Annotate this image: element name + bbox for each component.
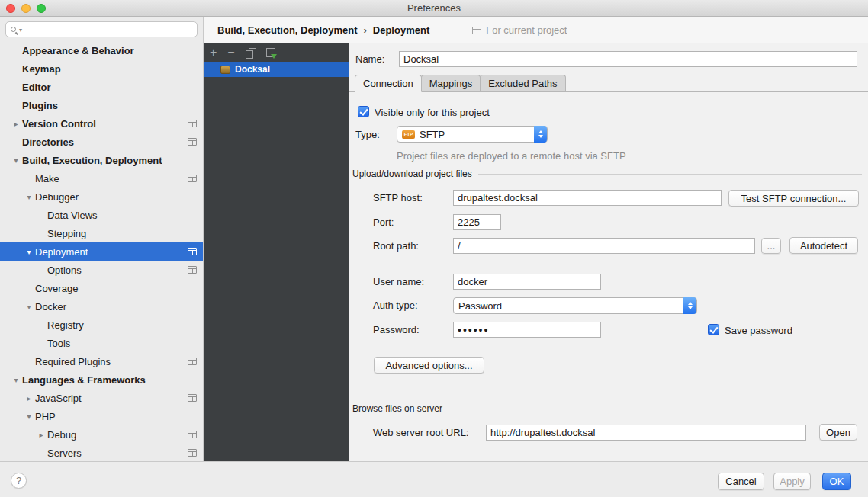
sidebar-item-directories[interactable]: Directories bbox=[0, 133, 204, 151]
sidebar-item-servers[interactable]: Servers bbox=[0, 444, 204, 461]
project-scope-icon bbox=[188, 138, 197, 146]
sidebar-item-label: Coverage bbox=[35, 283, 78, 294]
open-button[interactable]: Open bbox=[819, 424, 857, 441]
sidebar-item-label: Stepping bbox=[47, 228, 86, 239]
sidebar-item-required-plugins[interactable]: Required Plugins bbox=[0, 352, 204, 370]
sidebar-item-data-views[interactable]: Data Views bbox=[0, 206, 204, 224]
tab-excluded-paths[interactable]: Excluded Paths bbox=[480, 75, 565, 91]
user-name-label: User name: bbox=[373, 274, 424, 290]
sidebar-item-debugger[interactable]: ▾Debugger bbox=[0, 188, 204, 206]
zoom-button[interactable] bbox=[37, 4, 46, 13]
chevron-down-icon[interactable]: ▾ bbox=[23, 303, 35, 311]
tab-connection[interactable]: Connection bbox=[355, 75, 422, 92]
sidebar-item-appearance-behavior[interactable]: Appearance & Behavior bbox=[0, 41, 204, 59]
sidebar-item-label: Registry bbox=[47, 319, 84, 331]
project-scope-icon bbox=[188, 120, 197, 127]
sidebar-item-label: Keymap bbox=[22, 63, 61, 75]
sidebar-item-tools[interactable]: Tools bbox=[0, 334, 204, 352]
project-scope-icon bbox=[472, 27, 481, 34]
web-root-input[interactable] bbox=[486, 425, 806, 441]
sidebar-item-coverage[interactable]: Coverage bbox=[0, 279, 204, 297]
autodetect-button[interactable]: Autodetect bbox=[789, 237, 858, 254]
chevron-right-icon[interactable]: ▸ bbox=[35, 431, 47, 439]
advanced-options-button[interactable]: Advanced options... bbox=[374, 357, 484, 374]
add-server-button[interactable]: + bbox=[210, 46, 217, 59]
chevron-down-icon[interactable]: ▾ bbox=[23, 248, 35, 256]
web-root-label: Web server root URL: bbox=[373, 425, 468, 441]
port-label: Port: bbox=[373, 214, 394, 230]
test-sftp-connection-button[interactable]: Test SFTP connection... bbox=[728, 190, 859, 207]
chevron-down-icon[interactable]: ▾ bbox=[19, 27, 22, 34]
type-label: Type: bbox=[355, 127, 380, 143]
sidebar-item-stepping[interactable]: Stepping bbox=[0, 224, 204, 242]
plus-icon: + bbox=[210, 46, 217, 59]
sidebar-item-deployment[interactable]: ▾Deployment bbox=[0, 242, 204, 261]
sidebar-item-languages-frameworks[interactable]: ▾Languages & Frameworks bbox=[0, 370, 204, 389]
server-item-label: Docksal bbox=[235, 64, 270, 75]
chevron-down-icon[interactable]: ▾ bbox=[23, 193, 35, 201]
import-server-button[interactable] bbox=[266, 48, 275, 57]
sidebar-item-plugins[interactable]: Plugins bbox=[0, 96, 204, 114]
close-button[interactable] bbox=[6, 4, 15, 13]
sidebar-item-make[interactable]: Make bbox=[0, 169, 204, 188]
combo-stepper-icon[interactable] bbox=[683, 297, 696, 314]
password-label: Password: bbox=[373, 322, 420, 338]
sidebar-item-label: Servers bbox=[47, 447, 82, 459]
user-name-input[interactable] bbox=[453, 274, 601, 290]
sidebar-item-version-control[interactable]: ▸Version Control bbox=[0, 114, 204, 133]
server-list-panel: + − Docksal bbox=[204, 43, 349, 461]
sftp-host-input[interactable] bbox=[453, 190, 722, 206]
sidebar-item-php[interactable]: ▾PHP bbox=[0, 407, 204, 425]
server-list-toolbar: + − bbox=[204, 43, 349, 62]
sidebar-item-docker[interactable]: ▾Docker bbox=[0, 297, 204, 316]
chevron-down-icon[interactable]: ▾ bbox=[10, 156, 22, 165]
combo-stepper-icon[interactable] bbox=[534, 126, 547, 143]
server-item-docksal[interactable]: Docksal bbox=[204, 62, 349, 77]
minimize-button[interactable] bbox=[21, 4, 31, 13]
project-scope-icon bbox=[188, 394, 197, 402]
visible-only-checkbox[interactable] bbox=[358, 106, 369, 117]
chevron-down-icon[interactable]: ▾ bbox=[23, 412, 35, 421]
save-password-label: Save password bbox=[725, 325, 792, 336]
project-scope-icon bbox=[188, 358, 197, 365]
settings-search[interactable]: ▾ bbox=[5, 21, 198, 37]
name-input[interactable] bbox=[399, 51, 857, 67]
visible-only-label: Visible only for this project bbox=[375, 107, 490, 118]
sidebar-item-registry[interactable]: Registry bbox=[0, 316, 204, 334]
minus-icon: − bbox=[227, 46, 234, 59]
sidebar-item-keymap[interactable]: Keymap bbox=[0, 59, 204, 78]
chevron-right-icon[interactable]: ▸ bbox=[10, 120, 22, 128]
tab-mappings[interactable]: Mappings bbox=[421, 75, 481, 91]
password-input[interactable] bbox=[453, 322, 601, 338]
sftp-server-icon bbox=[220, 66, 230, 74]
window-controls bbox=[6, 4, 46, 13]
sidebar-item-debug[interactable]: ▸Debug bbox=[0, 425, 204, 444]
copy-server-button[interactable] bbox=[246, 48, 256, 58]
sidebar-item-options[interactable]: Options bbox=[0, 261, 204, 279]
deployment-form: Name: ConnectionMappingsExcluded Paths V… bbox=[349, 43, 868, 461]
breadcrumb-parent[interactable]: Build, Execution, Deployment bbox=[217, 24, 357, 36]
sidebar-item-javascript[interactable]: ▸JavaScript bbox=[0, 389, 204, 407]
ok-button[interactable]: OK bbox=[822, 473, 851, 490]
chevron-right-icon[interactable]: ▸ bbox=[23, 394, 35, 402]
remove-server-button[interactable]: − bbox=[227, 46, 234, 59]
sidebar-item-label: Make bbox=[35, 173, 59, 184]
server-list: Docksal bbox=[204, 62, 349, 77]
sidebar-item-label: Build, Execution, Deployment bbox=[22, 155, 162, 166]
help-button[interactable]: ? bbox=[11, 473, 27, 489]
sidebar-item-label: Docker bbox=[35, 301, 66, 313]
browse-root-path-button[interactable]: ... bbox=[761, 238, 781, 254]
root-path-input[interactable] bbox=[453, 238, 755, 254]
sidebar-item-editor[interactable]: Editor bbox=[0, 78, 204, 96]
type-select[interactable]: FTP SFTP bbox=[397, 126, 548, 143]
apply-button[interactable]: Apply bbox=[773, 473, 811, 490]
save-password-checkbox[interactable] bbox=[708, 324, 719, 335]
sidebar-item-build-execution-deployment[interactable]: ▾Build, Execution, Deployment bbox=[0, 151, 204, 169]
project-scope-icon bbox=[188, 248, 197, 255]
port-input[interactable] bbox=[453, 214, 501, 230]
chevron-down-icon[interactable]: ▾ bbox=[10, 376, 22, 384]
search-input[interactable] bbox=[25, 24, 192, 35]
sidebar-item-label: Options bbox=[47, 265, 82, 276]
cancel-button[interactable]: Cancel bbox=[718, 473, 764, 490]
auth-type-select[interactable]: Password bbox=[453, 297, 697, 314]
